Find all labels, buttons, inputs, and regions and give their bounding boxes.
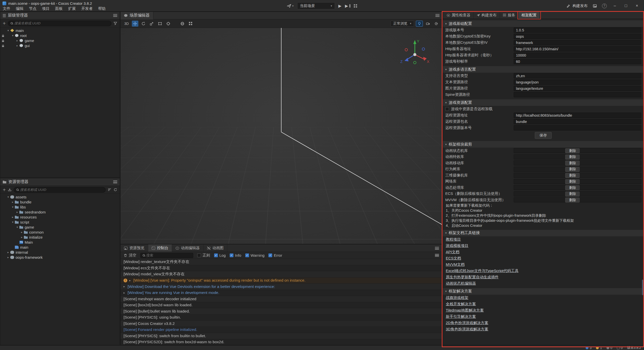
gizmo-y-label[interactable]: Y [417, 39, 419, 43]
panel-menu-icon[interactable] [435, 14, 439, 17]
lock-icon[interactable] [2, 40, 4, 42]
delete-module-button[interactable]: 删除 [565, 148, 580, 153]
inspector-tab[interactable]: 框架配置 [518, 12, 540, 19]
asset-node[interactable]: seedrandom [0, 209, 120, 214]
console-tab[interactable]: 资源预览 [120, 244, 148, 252]
log-row[interactable]: ! ▸ [Scene] [bullet]:bullet wasm lib loa… [120, 308, 442, 315]
move-tool-button[interactable] [132, 21, 138, 27]
play-button[interactable]: ▶ [338, 4, 341, 8]
solution-link[interactable]: 2D角色扮演游戏解决方案 [446, 321, 488, 325]
log-row[interactable]: ! ▸ [Window] Download the Vue Devtools e… [120, 284, 442, 290]
doc-link[interactable]: MVVM文档 [446, 262, 465, 267]
current-scene-select[interactable]: 当前场景 ▾ [297, 2, 335, 9]
preview-image-button[interactable] [593, 4, 597, 8]
log-row[interactable]: ! ▸ [Window] render_texture文件夹不存在 [120, 259, 442, 265]
expand-arrow-icon[interactable] [20, 236, 24, 239]
axis-gizmo[interactable]: Y X Z [398, 37, 433, 72]
console-filter-toggle[interactable]: Log [214, 253, 226, 257]
delete-module-button[interactable]: 删除 [565, 192, 580, 196]
log-row[interactable]: ! ▸ [Scene] [box2d]:box2d wasm lib loade… [120, 302, 442, 309]
section-header-docs[interactable]: ▾ 框架文档工具链接 [443, 230, 644, 236]
menu-item[interactable]: 扩展 [65, 6, 78, 11]
console-tab[interactable]: 动画编辑器 [172, 244, 204, 252]
doc-link[interactable]: API文档 [446, 250, 459, 254]
lock-icon[interactable] [2, 35, 4, 37]
gizmo-light-button[interactable] [416, 21, 423, 27]
hierarchy-search-input[interactable]: 搜索名称或 UUID [8, 21, 111, 26]
status-counter[interactable]: 0 [607, 346, 612, 350]
panel-menu-icon[interactable] [435, 247, 439, 250]
asset-node[interactable]: game [0, 225, 120, 230]
status-counter[interactable]: 3 [586, 346, 591, 350]
menu-item[interactable]: 开发者 [78, 6, 95, 11]
rotate-tool-button[interactable] [140, 21, 147, 27]
hierarchy-node[interactable]: root [0, 33, 120, 38]
doc-link[interactable]: 动画状态机编辑器 [446, 281, 476, 286]
lock-icon[interactable] [2, 46, 4, 47]
doc-link[interactable]: 原生包热更新配置自动生成插件 [446, 275, 499, 280]
hierarchy-node[interactable]: gui [0, 43, 120, 48]
expand-arrow-icon[interactable] [6, 29, 10, 32]
scene-viewport[interactable]: Y X Z [120, 28, 442, 244]
menu-item[interactable]: 编辑 [13, 6, 26, 11]
assets-search-input[interactable]: 搜索名称或 UUID [14, 187, 106, 193]
field-input[interactable]: language/texture [514, 86, 641, 91]
delete-module-button[interactable]: 删除 [565, 198, 580, 202]
expand-arrow-icon[interactable]: ▸ [124, 285, 128, 288]
asset-node[interactable]: common [0, 230, 120, 235]
menu-item[interactable]: 面板 [52, 6, 65, 11]
close-button[interactable]: × [634, 4, 640, 8]
clear-console-button[interactable]: 清空 [124, 253, 136, 258]
field-input[interactable] [514, 92, 641, 97]
asset-node[interactable]: libs [0, 204, 120, 209]
section-header-i18n[interactable]: ▾ 游戏多语言配置 [443, 66, 644, 73]
asset-node[interactable]: Main [0, 240, 120, 245]
view-mode-select[interactable]: 正常浏览 ▾ [390, 21, 414, 27]
delete-module-button[interactable]: 删除 [565, 173, 580, 178]
create-node-button[interactable]: + [3, 21, 6, 26]
status-counter[interactable]: 0 [617, 346, 623, 350]
panel-menu-icon[interactable] [113, 181, 117, 183]
asset-node[interactable]: internal [0, 250, 120, 255]
scale-tool-button[interactable] [148, 21, 155, 27]
minimize-button[interactable]: – [612, 4, 618, 8]
field-input[interactable]: bundle [514, 119, 641, 124]
console-filter-toggle[interactable]: Warning [245, 253, 264, 257]
camera-settings-button[interactable] [425, 21, 431, 27]
log-row[interactable]: ! ▸ [Window] model_view文件夹不存在 [120, 271, 442, 278]
expand-arrow-icon[interactable] [15, 39, 19, 42]
doc-link[interactable]: 游戏模板项目 [446, 243, 468, 248]
console-tab[interactable]: 动画图 [204, 244, 227, 252]
asset-node[interactable]: script [0, 220, 120, 225]
section-header-solutions[interactable]: ▾ 框架解决方案 [443, 288, 644, 295]
create-asset-button[interactable]: + [3, 187, 6, 192]
step-button[interactable]: ▶ [345, 4, 350, 8]
field-input[interactable]: http://localhost:8083/assets/bundle [514, 113, 641, 118]
log-row[interactable]: ! ▸ [Scene] meshopt wasm decoder initial… [120, 296, 442, 302]
solution-link[interactable]: 战旗游戏框架 [446, 295, 468, 300]
asset-node[interactable]: main [0, 245, 120, 250]
scene-tab[interactable]: 场景编辑器 [120, 12, 153, 19]
log-row[interactable]: ! ▸ [Scene] [PHYSICS2D]: switch from box… [120, 339, 442, 345]
maximize-button[interactable]: □ [623, 4, 629, 8]
log-row[interactable]: ! ▸ [Window] You are running Vue in deve… [120, 290, 442, 296]
section-header-modules[interactable]: ▾ 框架模块裁剪 [443, 141, 644, 148]
scrollbar-thumb[interactable] [642, 280, 643, 295]
console-filter-toggle[interactable]: 正则 [197, 253, 210, 258]
snap-button[interactable] [187, 21, 194, 27]
asset-node[interactable]: oops-framework [0, 255, 120, 260]
inspector-tab[interactable]: 属性检查器 [444, 12, 474, 19]
expand-arrow-icon[interactable] [6, 251, 10, 254]
hierarchy-node[interactable]: game [0, 38, 120, 43]
gizmo-z-label[interactable]: Z [400, 59, 403, 64]
mode-3d-button[interactable]: 3D [123, 21, 130, 27]
section-header-res[interactable]: ▾ 游戏资源配置 [443, 99, 644, 106]
solution-link[interactable]: 全栈开发解决方案 [446, 302, 476, 307]
world-space-button[interactable] [179, 21, 186, 27]
inspector-tab[interactable]: 构建发布 [474, 12, 500, 19]
expand-arrow-icon[interactable]: ▸ [124, 291, 128, 294]
pivot-tool-button[interactable] [165, 21, 172, 27]
menu-item[interactable]: 节点 [26, 6, 39, 11]
menu-item[interactable]: 项目 [39, 6, 52, 11]
expand-arrow-icon[interactable] [15, 210, 19, 214]
